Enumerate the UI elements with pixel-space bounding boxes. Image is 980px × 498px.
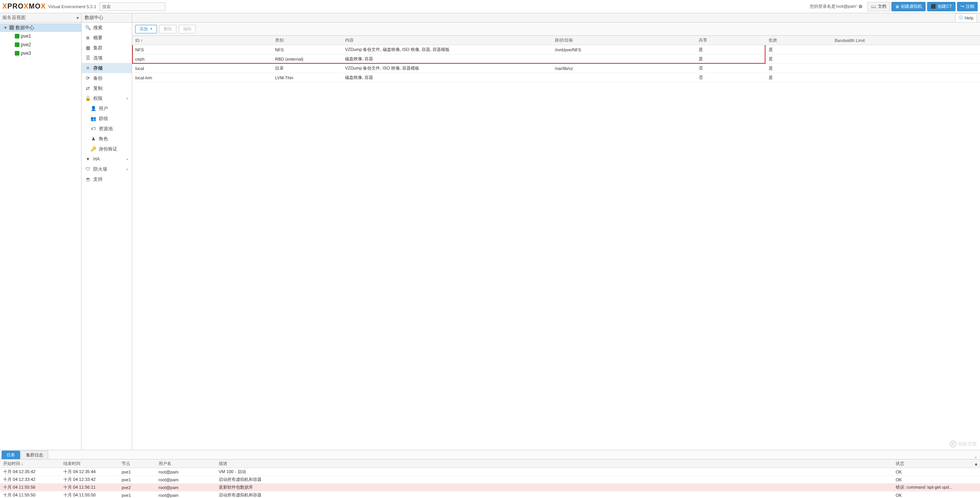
chevron-down-icon: ▾ — [77, 15, 79, 21]
menu-HA[interactable]: ♥HA▸ — [82, 154, 132, 164]
watermark: K创新互联 — [950, 440, 977, 447]
col-user[interactable]: 用户名 — [155, 460, 216, 468]
tree-node-pve3[interactable]: pve3 — [0, 49, 81, 58]
logout-icon: ↪ — [961, 4, 964, 9]
col-type[interactable]: 类别 — [272, 36, 342, 45]
menu-防火墙[interactable]: 🛡防火墙▸ — [82, 164, 132, 174]
help-button[interactable]: ⓘHelp — [955, 13, 977, 23]
tree-node-pve2[interactable]: pve2 — [0, 40, 81, 49]
tree-datacenter[interactable]: ▾ 数据中心 — [0, 23, 81, 32]
node-icon — [15, 51, 19, 56]
datacenter-icon — [9, 25, 14, 30]
node-icon — [15, 42, 19, 47]
server-tree-panel: 服务器视图 ▾ ▾ 数据中心 pve1pve2pve3 — [0, 13, 82, 450]
menu-存储[interactable]: ≡存储 — [82, 63, 132, 73]
menu-icon: ☕ — [85, 176, 91, 182]
storage-toolbar: 添加▼ 删除 编辑 — [132, 23, 980, 36]
menu-权限[interactable]: 🔓权限▸ — [82, 93, 132, 103]
storage-row[interactable]: local目录VZDump 备份文件, ISO 映像, 容器模板/var/lib… — [132, 64, 980, 73]
col-status[interactable]: 状态 — [893, 460, 972, 468]
col-desc[interactable]: 描述 — [216, 460, 893, 468]
menu-icon: ⟳ — [85, 75, 91, 81]
documentation-button[interactable]: 📖文档 — [867, 2, 890, 11]
col-id[interactable]: ID ↑ — [132, 36, 272, 45]
menu-icon: ≡ — [85, 65, 91, 71]
monitor-icon: 🖥 — [895, 4, 899, 9]
menu-icon: ♥ — [85, 156, 91, 162]
menu-icon: ☰ — [85, 55, 91, 61]
global-search-input[interactable] — [99, 2, 166, 11]
book-icon: 📖 — [871, 4, 876, 9]
config-menu-panel: 数据中心 🔍搜索≣概要▦集群☰选项≡存储⟳备份⇄复制🔓权限▸👤用户👥群组🏷资源池… — [82, 13, 132, 450]
col-bandwidth[interactable]: Bandwidth Limit — [832, 36, 980, 45]
breadcrumb: 数据中心 — [82, 13, 132, 23]
node-icon — [15, 34, 19, 38]
menu-角色[interactable]: ♟角色 — [82, 134, 132, 144]
log-row[interactable]: 十月 04 11:55:56十月 04 11:56:11pve2root@pam… — [0, 484, 980, 491]
menu-搜索[interactable]: 🔍搜索 — [82, 23, 132, 33]
menu-icon: ⇄ — [85, 86, 91, 91]
log-row[interactable]: 十月 04 12:33:42十月 04 12:33:42pve1root@pam… — [0, 476, 980, 484]
content-panel: ⓘHelp 添加▼ 删除 编辑 ID ↑ 类别 内容 路径/目标 共享 生效 B… — [132, 13, 980, 450]
chevron-right-icon: ▸ — [127, 96, 129, 100]
chevron-right-icon: ▸ — [127, 157, 129, 161]
menu-概要[interactable]: ≣概要 — [82, 33, 132, 43]
menu-icon: 🛡 — [85, 166, 91, 172]
menu-icon: 🔓 — [85, 96, 91, 101]
login-user-label: 您的登录名是'root@pam' — [810, 3, 857, 9]
scroll-up-icon[interactable]: ▲ — [972, 460, 980, 468]
storage-row[interactable]: cephRBD (external)磁盘映像, 容器是是 — [132, 54, 980, 64]
menu-资源池[interactable]: 🏷资源池 — [82, 124, 132, 134]
gear-icon[interactable]: ⚙ — [858, 4, 863, 9]
cube-icon: ⬛ — [931, 4, 936, 9]
create-ct-button[interactable]: ⬛创建CT — [927, 2, 956, 11]
edit-button[interactable]: 编辑 — [179, 25, 196, 33]
menu-icon: 🔑 — [90, 146, 96, 152]
chevron-down-icon: ▼ — [150, 27, 153, 31]
menu-icon: ▦ — [85, 45, 91, 51]
menu-icon: 👥 — [90, 116, 96, 121]
storage-row[interactable]: NFSNFSVZDump 备份文件, 磁盘映像, ISO 映像, 容器, 容器模… — [132, 45, 980, 54]
collapse-icon[interactable]: ▾ — [3, 25, 8, 30]
create-vm-button[interactable]: 🖥创建虚拟机 — [891, 2, 926, 11]
menu-集群[interactable]: ▦集群 — [82, 43, 132, 53]
log-header: 开始时间 ↓ 结束时间 节点 用户名 描述 状态 ▲ — [0, 460, 980, 468]
col-node[interactable]: 节点 — [119, 460, 155, 468]
menu-选项[interactable]: ☰选项 — [82, 53, 132, 63]
chevron-right-icon: ▸ — [127, 167, 129, 171]
col-shared[interactable]: 共享 — [696, 36, 766, 45]
log-row[interactable]: 十月 04 11:55:50十月 04 11:55:50pve1root@pam… — [0, 491, 980, 498]
col-enabled[interactable]: 生效 — [766, 36, 832, 45]
task-log-panel: 任务 集群日志 ⌄ 开始时间 ↓ 结束时间 节点 用户名 描述 状态 ▲ 十月 … — [0, 450, 980, 498]
grid-header: ID ↑ 类别 内容 路径/目标 共享 生效 Bandwidth Limit — [132, 36, 980, 45]
tree-node-pve1[interactable]: pve1 — [0, 32, 81, 40]
menu-icon: 🏷 — [90, 126, 96, 131]
col-end[interactable]: 结束时间 — [60, 460, 119, 468]
logout-button[interactable]: ↪注销 — [957, 2, 978, 11]
menu-icon: ≣ — [85, 35, 91, 40]
menu-支持[interactable]: ☕支持 — [82, 174, 132, 184]
storage-row[interactable]: local-lvmLVM-Thin磁盘映像, 容器否是 — [132, 73, 980, 82]
storage-grid: ID ↑ 类别 内容 路径/目标 共享 生效 Bandwidth Limit N… — [132, 36, 980, 450]
log-row[interactable]: 十月 04 12:35:42十月 04 12:35:44pve1root@pam… — [0, 468, 980, 476]
menu-复制[interactable]: ⇄复制 — [82, 83, 132, 93]
view-selector[interactable]: 服务器视图 ▾ — [0, 13, 81, 23]
col-content[interactable]: 内容 — [342, 36, 552, 45]
tab-cluster-log[interactable]: 集群日志 — [21, 451, 48, 459]
menu-icon: ♟ — [90, 136, 96, 142]
menu-身份验证[interactable]: 🔑身份验证 — [82, 144, 132, 154]
add-button[interactable]: 添加▼ — [135, 25, 157, 33]
top-header: X PRO X MO X Virtual Environment 5.2-1 您… — [0, 0, 980, 13]
tab-tasks[interactable]: 任务 — [2, 451, 20, 459]
menu-icon: 👤 — [90, 106, 96, 111]
logo: X PRO X MO X — [2, 2, 46, 10]
menu-备份[interactable]: ⟳备份 — [82, 73, 132, 83]
panel-collapse-icon[interactable]: ⌄ — [974, 454, 978, 459]
version-label: Virtual Environment 5.2-1 — [48, 4, 96, 9]
help-icon: ⓘ — [959, 15, 963, 21]
menu-群组[interactable]: 👥群组 — [82, 114, 132, 124]
menu-用户[interactable]: 👤用户 — [82, 103, 132, 114]
remove-button[interactable]: 删除 — [159, 25, 176, 33]
col-start[interactable]: 开始时间 ↓ — [0, 460, 60, 468]
col-path[interactable]: 路径/目标 — [552, 36, 696, 45]
